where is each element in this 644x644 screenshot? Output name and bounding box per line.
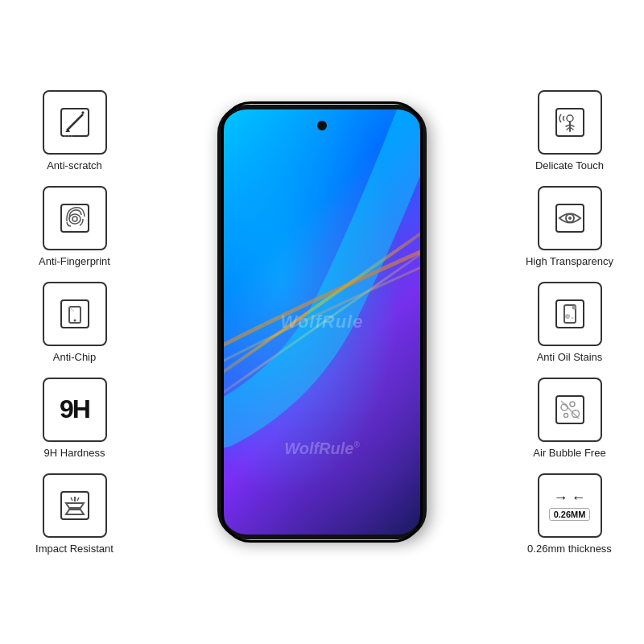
right-arrow: ← (572, 489, 586, 506)
svg-point-30 (561, 404, 568, 411)
anti-chip-icon-box (43, 282, 107, 346)
9h-text: 9H (60, 394, 89, 424)
thickness-icon-box: → ← 0.26MM (538, 473, 602, 538)
feature-delicate-touch: Delicate Touch (506, 90, 634, 171)
svg-point-7 (69, 214, 80, 224)
thickness-label: 0.26mm thickness (527, 543, 612, 555)
screen-curves (222, 109, 422, 535)
chip-icon (55, 294, 95, 334)
9h-icon-box: 9H (43, 378, 107, 442)
impact-icon (55, 485, 95, 526)
thickness-value: 0.26MM (549, 508, 591, 521)
svg-point-27 (571, 316, 573, 319)
high-transparency-label: High Transparency (526, 255, 613, 267)
svg-point-6 (72, 217, 77, 221)
bubble-icon (550, 390, 590, 430)
svg-point-19 (567, 115, 573, 122)
impact-resistant-icon-box (43, 473, 107, 538)
phone-screen: WolfRule WolfRule® (222, 109, 422, 535)
svg-line-1 (67, 114, 83, 130)
svg-marker-13 (66, 503, 84, 508)
right-features: Delicate Touch High Transparency (495, 0, 644, 644)
anti-oil-icon-box (538, 282, 602, 346)
svg-point-33 (564, 413, 568, 417)
feature-anti-chip: Anti-Chip (10, 282, 139, 363)
left-features: Anti-scratch Anti-Fingerprint (0, 0, 149, 644)
anti-fingerprint-icon-box (43, 186, 107, 250)
delicate-touch-icon-box (538, 90, 602, 155)
svg-point-31 (570, 402, 575, 407)
air-bubble-icon-box (538, 378, 602, 442)
thickness-arrows: → ← (554, 489, 586, 506)
touch-icon (550, 102, 590, 142)
svg-point-10 (73, 319, 76, 321)
phone-center: WolfRule WolfRule® (149, 0, 495, 644)
feature-impact-resistant: Impact Resistant (10, 473, 139, 555)
camera-hole (317, 121, 327, 130)
impact-resistant-label: Impact Resistant (35, 543, 114, 555)
feature-anti-scratch: Anti-scratch (10, 90, 139, 171)
svg-line-17 (77, 497, 79, 501)
svg-rect-5 (61, 204, 89, 232)
main-container: Anti-scratch Anti-Fingerprint (0, 0, 644, 644)
feature-air-bubble-free: Air Bubble Free (506, 378, 634, 459)
anti-chip-label: Anti-Chip (53, 351, 96, 363)
svg-marker-14 (66, 510, 84, 514)
feature-high-transparency: High Transparency (506, 186, 634, 267)
anti-fingerprint-label: Anti-Fingerprint (39, 255, 110, 267)
phone-mockup: WolfRule WolfRule® (217, 105, 427, 539)
svg-point-25 (572, 305, 576, 309)
svg-point-26 (565, 314, 570, 319)
svg-line-16 (71, 497, 72, 501)
feature-thickness: → ← 0.26MM 0.26mm thickness (506, 473, 634, 555)
anti-oil-stains-label: Anti Oil Stains (537, 351, 603, 363)
svg-point-32 (572, 410, 579, 417)
left-arrow: → (554, 489, 568, 506)
feature-anti-fingerprint: Anti-Fingerprint (10, 186, 139, 267)
feature-9h-hardness: 9H 9H Hardness (10, 378, 139, 459)
anti-scratch-icon-box (43, 90, 107, 155)
svg-marker-3 (81, 111, 85, 114)
feature-anti-oil-stains: Anti Oil Stains (506, 282, 634, 363)
svg-point-22 (568, 217, 572, 220)
eye-icon (550, 198, 590, 238)
oil-stain-icon (550, 294, 590, 334)
anti-scratch-label: Anti-scratch (47, 159, 102, 171)
scratch-icon (55, 102, 95, 142)
delicate-touch-label: Delicate Touch (535, 159, 604, 171)
high-transparency-icon-box (538, 186, 602, 250)
9h-hardness-label: 9H Hardness (44, 447, 105, 459)
air-bubble-free-label: Air Bubble Free (533, 447, 605, 459)
fingerprint-icon (55, 198, 95, 238)
